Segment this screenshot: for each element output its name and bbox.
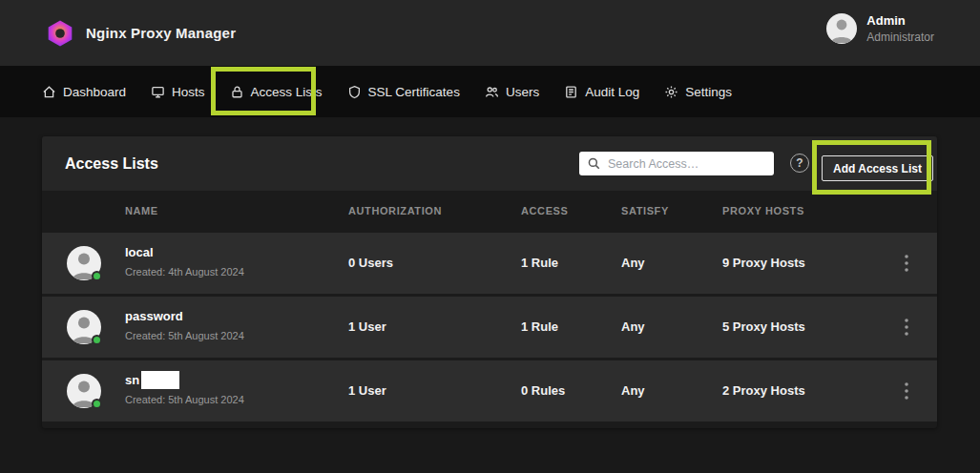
nav-item-dashboard[interactable]: Dashboard (42, 85, 126, 99)
access-list-created: Created: 5th August 2024 (125, 328, 244, 344)
search-input[interactable] (579, 152, 774, 175)
row-menu-kebab-icon[interactable] (897, 378, 916, 404)
search-icon (587, 156, 601, 171)
column-header-proxy-hosts: PROXY HOSTS (722, 205, 804, 216)
cell-proxy-hosts: 9 Proxy Hosts (722, 256, 805, 270)
table-row: sn Created: 5th August 2024 1 User 0 Rul… (42, 360, 937, 422)
cell-satisfy: Any (621, 319, 645, 334)
main-nav: Dashboard Hosts Access Lists SSL Certifi… (0, 66, 980, 117)
column-header-name: NAME (125, 205, 158, 216)
status-dot-online (92, 271, 102, 281)
redaction-box (141, 371, 179, 389)
app-logo-icon (46, 19, 74, 48)
user-menu[interactable]: Admin Administrator (826, 12, 934, 45)
access-list-created: Created: 5th August 2024 (125, 392, 244, 408)
cell-satisfy: Any (621, 256, 645, 270)
row-menu-kebab-icon[interactable] (897, 250, 916, 277)
cell-access: 1 Rule (521, 319, 558, 334)
book-icon (564, 85, 578, 99)
cell-satisfy: Any (621, 383, 645, 398)
shield-icon (347, 85, 362, 99)
access-lists-panel: Access Lists ? Add Access List NAME AUTH… (42, 136, 937, 428)
access-list-name: sn (125, 371, 139, 390)
nav-item-settings[interactable]: Settings (664, 85, 732, 99)
access-list-created: Created: 4th August 2024 (125, 264, 244, 280)
cell-proxy-hosts: 2 Proxy Hosts (722, 383, 805, 398)
help-icon[interactable]: ? (790, 154, 809, 173)
table-row: local Created: 4th August 2024 0 Users 1… (42, 233, 937, 294)
nav-label: Users (506, 85, 539, 99)
cell-access: 1 Rule (521, 256, 558, 270)
gear-icon (664, 85, 678, 99)
nav-item-users[interactable]: Users (485, 85, 539, 99)
nav-label: SSL Certificates (368, 85, 460, 99)
app-title: Nginx Proxy Manager (86, 25, 236, 41)
user-name: Admin (866, 12, 934, 30)
table-row: password Created: 5th August 2024 1 User… (42, 297, 937, 358)
users-icon (485, 85, 499, 99)
search-box (579, 152, 774, 175)
monitor-icon (151, 85, 165, 99)
table-body: local Created: 4th August 2024 0 Users 1… (42, 233, 937, 428)
nav-label: Access Lists (251, 85, 323, 99)
column-header-access: ACCESS (521, 205, 568, 216)
table-header: NAME AUTHORIZATION ACCESS SATISFY PROXY … (42, 191, 937, 233)
cell-authorization: 0 Users (348, 256, 393, 270)
row-menu-kebab-icon[interactable] (897, 314, 916, 340)
nav-item-audit-log[interactable]: Audit Log (564, 85, 639, 99)
status-dot-online (92, 335, 102, 345)
nav-item-ssl-certificates[interactable]: SSL Certificates (347, 85, 460, 99)
cell-access: 0 Rules (521, 383, 565, 398)
access-list-name: local (125, 243, 154, 262)
home-icon (42, 85, 56, 99)
nav-label: Dashboard (63, 85, 126, 99)
cell-authorization: 1 User (348, 319, 386, 334)
add-access-list-button[interactable]: Add Access List (822, 155, 933, 181)
column-header-authorization: AUTHORIZATION (348, 205, 442, 216)
user-avatar (826, 13, 857, 44)
nav-label: Settings (685, 85, 732, 99)
status-dot-online (92, 399, 102, 409)
user-role: Administrator (866, 30, 934, 45)
nav-label: Audit Log (585, 85, 639, 99)
nav-label: Hosts (172, 85, 205, 99)
top-bar: Nginx Proxy Manager Admin Administrator (0, 0, 980, 66)
panel-title: Access Lists (65, 155, 158, 173)
lock-icon (230, 85, 244, 99)
cell-proxy-hosts: 5 Proxy Hosts (722, 319, 805, 334)
nav-item-access-lists[interactable]: Access Lists (230, 85, 323, 99)
cell-authorization: 1 User (348, 383, 386, 398)
nav-item-hosts[interactable]: Hosts (151, 85, 205, 99)
access-list-name: password (125, 307, 183, 326)
column-header-satisfy: SATISFY (621, 205, 669, 216)
panel-header: Access Lists ? Add Access List (42, 136, 937, 191)
app-window: Nginx Proxy Manager Admin Administrator … (0, 0, 980, 473)
